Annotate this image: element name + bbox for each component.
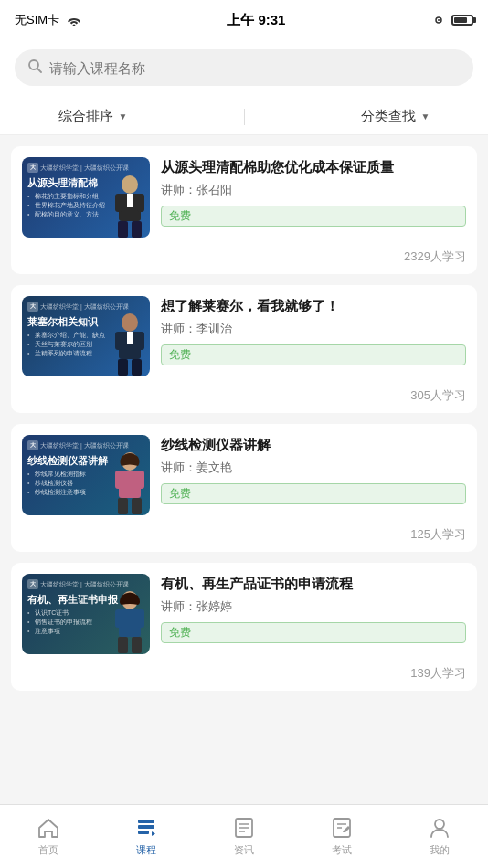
- thumb-badge: 大疆纺织学堂 | 大疆纺织公开课: [40, 302, 129, 312]
- course-info: 想了解莱赛尔，看我就够了！ 讲师：李训治 免费: [161, 296, 466, 376]
- nav-exam[interactable]: 考试: [292, 816, 390, 857]
- course-teacher: 讲师：张婷婷: [161, 598, 466, 615]
- nav-news[interactable]: 资讯: [196, 816, 293, 857]
- course-card[interactable]: 大 大疆纺织学堂 | 大疆纺织公开课 纱线检测仪器讲解 纱线常见检测指标纱线检测…: [11, 424, 477, 552]
- course-teacher: 讲师：李训治: [161, 321, 466, 337]
- status-bar: 无SIM卡 上午 9:31: [0, 0, 488, 40]
- mine-icon: [428, 816, 451, 840]
- free-badge: 免费: [161, 344, 466, 365]
- course-card-inner: 大 大疆纺织学堂 | 大疆纺织公开课 莱塞尔相关知识 莱塞尔介绍、产能、缺点天丝…: [11, 285, 477, 387]
- course-footer: 125人学习: [11, 526, 477, 552]
- svg-point-0: [72, 24, 75, 26]
- study-count: 139人学习: [410, 666, 466, 680]
- category-arrow-icon: ▼: [421, 111, 430, 122]
- nav-course[interactable]: 课程: [98, 816, 196, 857]
- thumb-logo-box: 大: [27, 440, 38, 450]
- svg-point-41: [435, 820, 444, 829]
- svg-rect-21: [118, 498, 128, 514]
- svg-rect-28: [132, 637, 142, 653]
- svg-rect-33: [138, 831, 149, 834]
- course-footer: 305人学习: [11, 387, 477, 413]
- nav-home[interactable]: 首页: [0, 816, 98, 857]
- svg-rect-23: [115, 471, 122, 489]
- status-carrier: 无SIM卡: [15, 12, 81, 28]
- svg-point-2: [438, 19, 440, 21]
- nav-exam-label: 考试: [332, 843, 352, 857]
- course-info: 纱线检测仪器讲解 讲师：姜文艳 免费: [161, 435, 466, 515]
- thumb-badge: 大疆纺织学堂 | 大疆纺织公开课: [40, 164, 129, 173]
- status-right: [431, 14, 473, 26]
- svg-rect-14: [118, 359, 128, 376]
- bottom-nav: 首页 课程 资讯 考试 我的: [0, 804, 488, 868]
- sort-arrow-icon: ▼: [119, 111, 128, 122]
- svg-rect-10: [137, 194, 144, 212]
- svg-rect-27: [118, 637, 128, 653]
- course-thumbnail: 大 大疆纺织学堂 | 大疆纺织公开课 莱塞尔相关知识 莱塞尔介绍、产能、缺点天丝…: [22, 296, 150, 376]
- svg-rect-24: [137, 471, 144, 489]
- course-teacher: 讲师：姜文艳: [161, 460, 466, 476]
- free-badge: 免费: [161, 622, 466, 643]
- thumb-badge: 大疆纺织学堂 | 大疆纺织公开课: [40, 580, 129, 589]
- svg-rect-9: [115, 194, 122, 212]
- thumb-logo-box: 大: [27, 163, 38, 173]
- study-count: 125人学习: [410, 527, 466, 541]
- nav-news-label: 资讯: [234, 843, 254, 857]
- course-card-inner: 大 大疆纺织学堂 | 大疆纺织公开课 有机、再生证书申报 认识TC证书销售证书的…: [11, 563, 477, 665]
- course-thumbnail: 大 大疆纺织学堂 | 大疆纺织公开课 纱线检测仪器讲解 纱线常见检测指标纱线检测…: [22, 435, 150, 515]
- wifi-icon: [67, 16, 81, 26]
- news-icon: [232, 816, 256, 840]
- course-title: 从源头理清配棉助您优化成本保证质量: [161, 157, 466, 176]
- filter-divider: [244, 109, 245, 125]
- search-bar[interactable]: [15, 49, 473, 86]
- svg-rect-32: [138, 825, 154, 829]
- course-card[interactable]: 大 大疆纺织学堂 | 大疆纺织公开课 从源头理清配棉 棉花的主要指标和分组世界棉…: [11, 146, 477, 274]
- location-icon: [431, 14, 446, 26]
- svg-rect-30: [137, 609, 144, 628]
- status-time: 上午 9:31: [227, 12, 285, 29]
- search-section: [0, 40, 488, 99]
- svg-line-4: [37, 69, 41, 72]
- sort-filter-button[interactable]: 综合排序 ▼: [58, 108, 128, 125]
- search-icon: [27, 58, 42, 77]
- course-list: 大 大疆纺织学堂 | 大疆纺织公开课 从源头理清配棉 棉花的主要指标和分组世界棉…: [0, 135, 488, 702]
- nav-mine[interactable]: 我的: [390, 816, 488, 857]
- svg-rect-22: [132, 498, 142, 514]
- nav-course-label: 课程: [136, 843, 156, 857]
- course-footer: 139人学习: [11, 665, 477, 691]
- course-card-inner: 大 大疆纺织学堂 | 大疆纺织公开课 从源头理清配棉 棉花的主要指标和分组世界棉…: [11, 146, 477, 249]
- svg-rect-11: [127, 194, 133, 207]
- svg-rect-18: [127, 332, 133, 344]
- nav-home-label: 首页: [38, 843, 58, 857]
- home-icon: [37, 816, 60, 840]
- filter-row: 综合排序 ▼ 分类查找 ▼: [0, 99, 488, 135]
- svg-rect-8: [132, 221, 142, 238]
- svg-rect-31: [138, 820, 154, 823]
- svg-rect-15: [132, 359, 142, 376]
- free-badge: 免费: [161, 483, 466, 504]
- thumb-badge: 大疆纺织学堂 | 大疆纺织公开课: [40, 441, 129, 450]
- svg-rect-7: [118, 221, 128, 238]
- nav-mine-label: 我的: [430, 843, 450, 857]
- thumb-person: [110, 588, 150, 654]
- thumb-person: [110, 450, 150, 515]
- search-input[interactable]: [49, 60, 461, 76]
- svg-rect-29: [115, 609, 122, 628]
- thumb-logo-box: 大: [27, 579, 38, 589]
- svg-point-12: [122, 313, 138, 332]
- course-info: 有机、再生产品证书的申请流程 讲师：张婷婷 免费: [161, 574, 466, 654]
- free-badge: 免费: [161, 206, 466, 227]
- course-card-inner: 大 大疆纺织学堂 | 大疆纺织公开课 纱线检测仪器讲解 纱线常见检测指标纱线检测…: [11, 424, 477, 526]
- course-footer: 2329人学习: [11, 249, 477, 274]
- course-thumbnail: 大 大疆纺织学堂 | 大疆纺织公开课 从源头理清配棉 棉花的主要指标和分组世界棉…: [22, 157, 150, 238]
- category-filter-button[interactable]: 分类查找 ▼: [361, 108, 430, 125]
- course-icon: [134, 816, 158, 840]
- course-card[interactable]: 大 大疆纺织学堂 | 大疆纺织公开课 有机、再生证书申报 认识TC证书销售证书的…: [11, 563, 477, 691]
- course-info: 从源头理清配棉助您优化成本保证质量 讲师：张召阳 免费: [161, 157, 466, 238]
- course-title: 有机、再生产品证书的申请流程: [161, 574, 466, 593]
- thumb-person: [110, 172, 150, 238]
- study-count: 305人学习: [410, 388, 466, 402]
- study-count: 2329人学习: [404, 249, 466, 263]
- course-card[interactable]: 大 大疆纺织学堂 | 大疆纺织公开课 莱塞尔相关知识 莱塞尔介绍、产能、缺点天丝…: [11, 285, 477, 413]
- course-teacher: 讲师：张召阳: [161, 182, 466, 198]
- course-thumbnail: 大 大疆纺织学堂 | 大疆纺织公开课 有机、再生证书申报 认识TC证书销售证书的…: [22, 574, 150, 654]
